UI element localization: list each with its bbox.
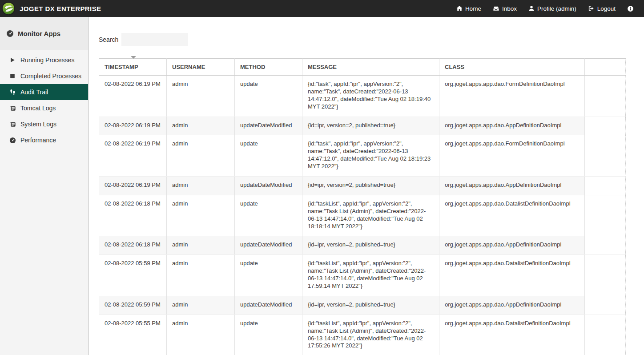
search-input[interactable]	[121, 33, 188, 46]
navbar-menu: Home Inbox Profile (admin) Logout	[451, 0, 640, 17]
sidebar-item-audit-trail[interactable]: Audit Trail	[0, 84, 88, 100]
method-cell: update	[235, 255, 302, 296]
table-header-row: TIMESTAMP USERNAME METHOD MESSAGE CLASS	[99, 59, 626, 76]
message-cell: {id:"task", appId:"ipr", appVersion:"2",…	[302, 76, 439, 117]
home-icon	[456, 5, 463, 12]
class-cell: org.joget.apps.app.dao.DatalistDefinitio…	[439, 195, 585, 236]
log-file-icon	[9, 105, 16, 112]
method-cell: updateDateModified	[235, 236, 302, 255]
table-row[interactable]: 02-08-2022 06:19 PM admin updateDateModi…	[99, 117, 626, 135]
sidebar-item-running-processes[interactable]: Running Processes	[0, 52, 88, 68]
timestamp-cell: 02-08-2022 06:18 PM	[99, 236, 167, 255]
message-cell: {id=ipr, version=2, published=true}	[302, 236, 439, 255]
filler-cell	[585, 255, 626, 296]
username-cell: admin	[167, 296, 235, 315]
sidebar-item-label: Audit Trail	[20, 89, 48, 96]
top-navbar: JOGET DX ENTERPRISE Home Inbox Profile (…	[0, 0, 644, 17]
username-cell: admin	[167, 315, 235, 355]
class-cell: org.joget.apps.app.dao.AppDefinitionDaoI…	[439, 296, 585, 315]
timestamp-cell: 02-08-2022 05:59 PM	[99, 255, 167, 296]
class-cell: org.joget.apps.app.dao.DatalistDefinitio…	[439, 255, 585, 296]
column-header-filler	[585, 59, 626, 76]
sidebar-item-performance[interactable]: Performance	[0, 132, 88, 148]
gauge-icon	[6, 30, 14, 37]
username-cell: admin	[167, 76, 235, 117]
info-menu-item[interactable]	[621, 0, 640, 17]
filler-cell	[585, 236, 626, 255]
filler-cell	[585, 135, 626, 177]
filler-cell	[585, 296, 626, 315]
column-header-class[interactable]: CLASS	[439, 59, 585, 76]
sidebar: Monitor Apps Running Processes Completed…	[0, 17, 89, 355]
username-cell: admin	[167, 135, 235, 177]
message-cell: {id:"taskList", appId:"ipr", appVersion:…	[302, 195, 439, 236]
table-row[interactable]: 02-08-2022 06:18 PM admin update {id:"ta…	[99, 195, 626, 236]
table-row[interactable]: 02-08-2022 06:19 PM admin update {id:"ta…	[99, 135, 626, 177]
audit-trail-table: TIMESTAMP USERNAME METHOD MESSAGE CLASS …	[99, 58, 625, 355]
sidebar-item-system-logs[interactable]: System Logs	[0, 116, 88, 132]
table-row[interactable]: 02-08-2022 06:18 PM admin updateDateModi…	[99, 236, 626, 255]
logout-icon	[588, 5, 595, 12]
table-row[interactable]: 02-08-2022 05:55 PM admin update {id:"ta…	[99, 315, 626, 355]
method-cell: updateDateModified	[235, 117, 302, 135]
table-row[interactable]: 02-08-2022 05:59 PM admin update {id:"ta…	[99, 255, 626, 296]
home-menu-item[interactable]: Home	[451, 0, 487, 17]
class-cell: org.joget.apps.app.dao.FormDefinitionDao…	[439, 76, 585, 117]
search-label: Search	[99, 36, 118, 43]
app-title: JOGET DX ENTERPRISE	[20, 5, 101, 12]
sidebar-item-label: Tomcat Logs	[20, 105, 56, 112]
footprints-icon	[9, 89, 16, 96]
class-cell: org.joget.apps.app.dao.AppDefinitionDaoI…	[439, 117, 585, 135]
inbox-icon	[493, 5, 499, 12]
user-icon	[528, 5, 535, 12]
column-header-username[interactable]: USERNAME	[167, 59, 235, 76]
message-cell: {id:"taskList", appId:"ipr", appVersion:…	[302, 255, 439, 296]
sidebar-item-label: Running Processes	[20, 56, 74, 64]
play-icon	[9, 56, 16, 64]
filler-cell	[585, 177, 626, 195]
class-cell: org.joget.apps.app.dao.AppDefinitionDaoI…	[439, 236, 585, 255]
message-cell: {id:"task", appId:"ipr", appVersion:"2",…	[302, 135, 439, 177]
profile-menu-item[interactable]: Profile (admin)	[523, 0, 582, 17]
log-file-icon	[9, 121, 16, 128]
home-label: Home	[465, 5, 481, 12]
message-cell: {id=ipr, version=2, published=true}	[302, 296, 439, 315]
sidebar-item-label: System Logs	[20, 121, 56, 128]
class-cell: org.joget.apps.app.dao.FormDefinitionDao…	[439, 135, 585, 177]
username-cell: admin	[167, 117, 235, 135]
column-header-timestamp[interactable]: TIMESTAMP	[99, 59, 167, 76]
filler-cell	[585, 76, 626, 117]
logout-label: Logout	[597, 5, 616, 12]
sidebar-item-tomcat-logs[interactable]: Tomcat Logs	[0, 100, 88, 116]
timestamp-cell: 02-08-2022 05:59 PM	[99, 296, 167, 315]
table-row[interactable]: 02-08-2022 05:59 PM admin updateDateModi…	[99, 296, 626, 315]
method-cell: update	[235, 135, 302, 177]
method-cell: update	[235, 76, 302, 117]
inbox-menu-item[interactable]: Inbox	[487, 0, 523, 17]
joget-logo-icon	[2, 2, 15, 15]
column-header-message[interactable]: MESSAGE	[302, 59, 439, 76]
timestamp-cell: 02-08-2022 06:18 PM	[99, 195, 167, 236]
sidebar-item-completed-processes[interactable]: Completed Processes	[0, 68, 88, 84]
message-cell: {id=ipr, version=2, published=true}	[302, 117, 439, 135]
timestamp-cell: 02-08-2022 05:55 PM	[99, 315, 167, 355]
gauge-icon	[9, 137, 16, 144]
username-cell: admin	[167, 195, 235, 236]
method-cell: update	[235, 195, 302, 236]
brand[interactable]: JOGET DX ENTERPRISE	[2, 2, 101, 15]
sidebar-header-monitor-apps: Monitor Apps	[0, 17, 88, 50]
column-header-method[interactable]: METHOD	[235, 59, 302, 76]
sort-desc-icon	[131, 56, 136, 59]
sidebar-item-label: Completed Processes	[20, 73, 81, 80]
inbox-label: Inbox	[502, 5, 517, 12]
filler-cell	[585, 195, 626, 236]
username-cell: admin	[167, 236, 235, 255]
method-cell: updateDateModified	[235, 177, 302, 195]
table-row[interactable]: 02-08-2022 06:19 PM admin update {id:"ta…	[99, 76, 626, 117]
sidebar-header-label: Monitor Apps	[18, 30, 60, 37]
stop-icon	[9, 73, 16, 80]
table-row[interactable]: 02-08-2022 06:19 PM admin updateDateModi…	[99, 177, 626, 195]
message-cell: {id:"taskList", appId:"ipr", appVersion:…	[302, 315, 439, 355]
logout-menu-item[interactable]: Logout	[582, 0, 621, 17]
method-cell: update	[235, 315, 302, 355]
